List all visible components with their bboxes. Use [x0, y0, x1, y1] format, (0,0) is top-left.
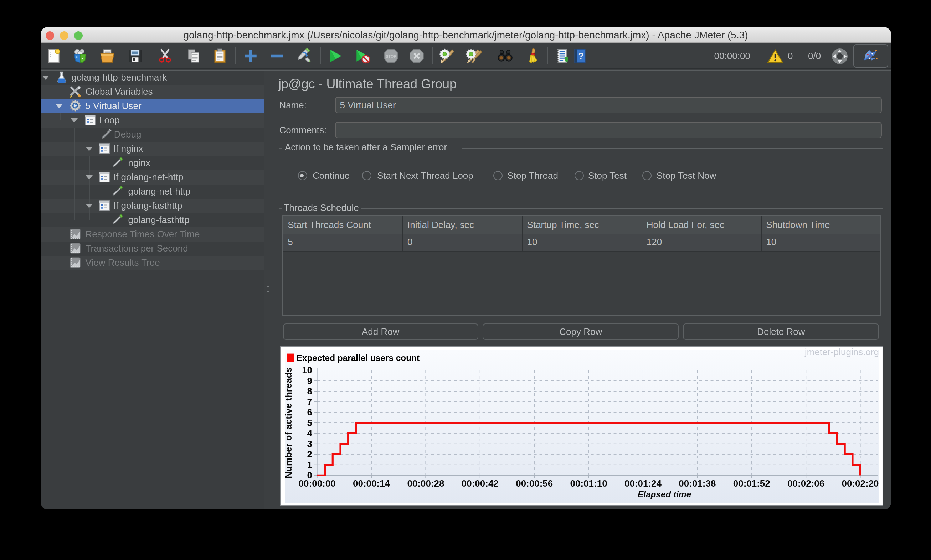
- svg-text:00:00:56: 00:00:56: [516, 478, 553, 489]
- svg-text:?: ?: [578, 51, 583, 61]
- svg-text:00:00:28: 00:00:28: [407, 478, 444, 489]
- svg-text:7: 7: [307, 396, 312, 407]
- svg-text:00:00:14: 00:00:14: [353, 478, 390, 489]
- svg-text:00:01:52: 00:01:52: [733, 478, 770, 489]
- svg-text:Number of active threads: Number of active threads: [283, 367, 293, 478]
- svg-text:8: 8: [307, 386, 312, 397]
- svg-text:00:02:20: 00:02:20: [842, 478, 879, 489]
- svg-text:Elapsed time: Elapsed time: [637, 489, 691, 499]
- svg-text:2: 2: [307, 449, 312, 460]
- svg-text:00:00:42: 00:00:42: [461, 478, 498, 489]
- svg-text:00:01:10: 00:01:10: [570, 478, 607, 489]
- svg-text:10: 10: [302, 365, 312, 375]
- svg-text:4: 4: [307, 428, 312, 438]
- svg-text:00:00:00: 00:00:00: [298, 478, 335, 489]
- svg-text:STOP: STOP: [386, 54, 396, 58]
- svg-text:6: 6: [307, 407, 312, 417]
- svg-text:Expected parallel users count: Expected parallel users count: [296, 353, 419, 363]
- svg-text:jmeter-plugins.org: jmeter-plugins.org: [804, 347, 879, 357]
- svg-text:00:01:24: 00:01:24: [624, 478, 661, 489]
- svg-text:9: 9: [307, 375, 312, 386]
- svg-text:3: 3: [307, 438, 312, 449]
- svg-text:5: 5: [307, 417, 312, 428]
- svg-text:1: 1: [307, 459, 312, 470]
- svg-text:00:02:06: 00:02:06: [788, 478, 825, 489]
- svg-text:00:01:38: 00:01:38: [679, 478, 716, 489]
